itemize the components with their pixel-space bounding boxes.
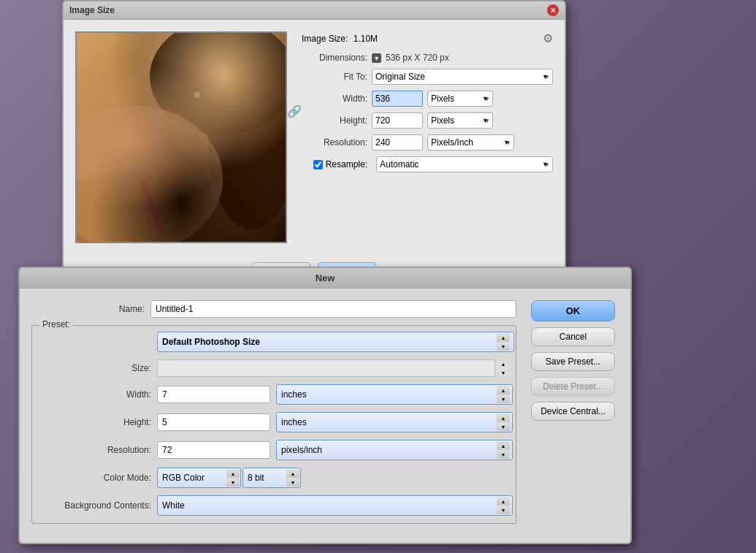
fit-to-select-wrapper[interactable]: Original Size Custom ▼ bbox=[372, 69, 553, 85]
size-label: Size: bbox=[38, 363, 151, 373]
new-resolution-input[interactable] bbox=[157, 441, 270, 459]
size-stepper[interactable]: ▲ ▼ bbox=[497, 359, 510, 377]
image-size-titlebar: Image Size ✕ bbox=[64, 1, 565, 20]
image-size-dialog: Image Size ✕ bbox=[62, 0, 566, 293]
color-mode-stepper-down[interactable]: ▼ bbox=[226, 478, 240, 487]
fit-to-row: Fit To: Original Size Custom ▼ bbox=[302, 69, 553, 85]
preset-select[interactable]: Default Photoshop Size Custom bbox=[157, 332, 514, 352]
bg-contents-row: Background Contents: White Background Co… bbox=[38, 495, 510, 516]
bg-contents-stepper[interactable]: ▲ ▼ bbox=[497, 497, 510, 514]
dimensions-value: 536 px X 720 px bbox=[386, 53, 449, 63]
bit-depth-stepper[interactable]: ▲ ▼ bbox=[286, 469, 299, 487]
name-row: Name: bbox=[31, 300, 516, 318]
preset-border-label: Preset: bbox=[39, 319, 73, 329]
new-width-unit-wrapper[interactable]: inches pixels cm ▲ ▼ bbox=[276, 384, 510, 405]
new-resolution-unit-select[interactable]: pixels/inch pixels/cm bbox=[276, 440, 513, 460]
color-mode-row: Color Mode: RGB Color CMYK Color Graysca… bbox=[38, 468, 510, 488]
preset-stepper-up[interactable]: ▲ bbox=[497, 333, 510, 342]
svg-point-4 bbox=[77, 106, 223, 243]
svg-point-7 bbox=[194, 92, 200, 98]
bg-contents-select[interactable]: White Background Color Transparent bbox=[157, 495, 513, 516]
new-height-input[interactable] bbox=[157, 413, 270, 431]
new-cancel-button[interactable]: Cancel bbox=[531, 327, 615, 346]
width-unit-select[interactable]: Pixels Inches Percent bbox=[427, 91, 493, 107]
new-dialog: New Name: Preset: Preset: Default Photos… bbox=[18, 267, 632, 544]
width-input[interactable] bbox=[372, 91, 423, 107]
bg-contents-stepper-down[interactable]: ▼ bbox=[497, 506, 510, 514]
dimensions-row: Dimensions: ▾ 536 px X 720 px bbox=[302, 53, 553, 63]
bit-depth-select-wrapper[interactable]: 8 bit 16 bit 32 bit ▲ ▼ bbox=[243, 468, 299, 488]
bg-contents-select-wrapper[interactable]: White Background Color Transparent ▲ ▼ bbox=[157, 495, 510, 516]
bg-contents-stepper-up[interactable]: ▲ bbox=[497, 497, 510, 506]
image-size-body: Image Size: 1.10M ⚙ Dimensions: ▾ 536 px… bbox=[64, 20, 565, 255]
color-mode-select-wrapper[interactable]: RGB Color CMYK Color Grayscale ▲ ▼ bbox=[157, 468, 240, 488]
preset-stepper-down[interactable]: ▼ bbox=[497, 342, 510, 351]
new-resolution-row: Resolution: pixels/inch pixels/cm ▲ ▼ bbox=[38, 440, 510, 460]
preset-group: Preset: Preset: Default Photoshop Size C… bbox=[31, 325, 516, 524]
dimensions-label: Dimensions: bbox=[302, 53, 367, 63]
svg-point-2 bbox=[150, 33, 287, 135]
height-unit-stepper-up[interactable]: ▲ bbox=[497, 413, 510, 422]
dimensions-badge: ▾ bbox=[372, 53, 381, 63]
preset-row: Preset: Default Photoshop Size Custom ▲ … bbox=[38, 332, 510, 352]
width-unit-wrapper[interactable]: Pixels Inches Percent ▼ bbox=[427, 91, 493, 107]
fit-to-label: Fit To: bbox=[302, 72, 367, 82]
close-button[interactable]: ✕ bbox=[547, 4, 559, 16]
resample-label: Resample: bbox=[326, 159, 367, 169]
height-input[interactable] bbox=[372, 112, 423, 129]
new-resolution-unit-wrapper[interactable]: pixels/inch pixels/cm ▲ ▼ bbox=[276, 440, 510, 460]
size-stepper-up[interactable]: ▲ bbox=[497, 359, 510, 368]
size-stepper-down[interactable]: ▼ bbox=[497, 368, 510, 377]
resolution-unit-wrapper[interactable]: Pixels/Inch Pixels/Centimeter ▼ bbox=[427, 134, 514, 150]
height-unit-select[interactable]: Pixels Inches Percent bbox=[427, 112, 493, 129]
resample-checkbox[interactable] bbox=[313, 160, 323, 169]
device-central-button[interactable]: Device Central... bbox=[531, 402, 615, 421]
new-ok-button[interactable]: OK bbox=[531, 300, 615, 321]
new-dialog-body: Name: Preset: Preset: Default Photoshop … bbox=[20, 289, 630, 543]
new-height-unit-wrapper[interactable]: inches pixels cm ▲ ▼ bbox=[276, 412, 510, 432]
new-dialog-buttons: OK Cancel Save Preset... Delete Preset..… bbox=[531, 300, 619, 531]
height-unit-stepper[interactable]: ▲ ▼ bbox=[497, 413, 510, 431]
width-row: Width: Pixels Inches Percent ▼ bbox=[302, 91, 553, 107]
save-preset-button[interactable]: Save Preset... bbox=[531, 352, 615, 371]
width-unit-stepper[interactable]: ▲ ▼ bbox=[497, 386, 510, 403]
new-height-unit-select[interactable]: inches pixels cm bbox=[276, 412, 513, 432]
resolution-unit-stepper-up[interactable]: ▲ bbox=[497, 441, 510, 450]
bit-depth-stepper-down[interactable]: ▼ bbox=[286, 478, 299, 487]
width-label: Width: bbox=[302, 94, 367, 104]
name-input[interactable] bbox=[150, 300, 516, 318]
new-resolution-label: Resolution: bbox=[38, 445, 151, 455]
bit-depth-stepper-up[interactable]: ▲ bbox=[286, 469, 299, 478]
new-width-row: Width: inches pixels cm ▲ ▼ bbox=[38, 384, 510, 405]
gear-icon[interactable]: ⚙ bbox=[543, 31, 553, 45]
height-unit-wrapper[interactable]: Pixels Inches Percent ▼ bbox=[427, 112, 493, 129]
resolution-unit-stepper-down[interactable]: ▼ bbox=[497, 450, 510, 459]
width-unit-stepper-up[interactable]: ▲ bbox=[497, 386, 510, 394]
color-mode-stepper[interactable]: ▲ ▼ bbox=[226, 469, 240, 487]
preset-select-wrapper[interactable]: Default Photoshop Size Custom ▲ ▼ bbox=[157, 332, 510, 352]
size-row: Size: ▲ ▼ bbox=[38, 359, 510, 377]
resolution-input[interactable] bbox=[372, 134, 423, 150]
height-label: Height: bbox=[302, 115, 367, 126]
color-mode-stepper-up[interactable]: ▲ bbox=[226, 469, 240, 478]
new-width-input[interactable] bbox=[157, 386, 270, 403]
color-mode-selects: RGB Color CMYK Color Grayscale ▲ ▼ bbox=[157, 468, 510, 488]
height-unit-stepper-down[interactable]: ▼ bbox=[497, 422, 510, 431]
width-unit-stepper-down[interactable]: ▼ bbox=[497, 394, 510, 403]
new-width-unit-select[interactable]: inches pixels cm bbox=[276, 384, 513, 405]
color-mode-label: Color Mode: bbox=[38, 473, 151, 483]
preset-stepper[interactable]: ▲ ▼ bbox=[497, 333, 510, 351]
new-form: Name: Preset: Preset: Default Photoshop … bbox=[31, 300, 516, 531]
fit-to-select[interactable]: Original Size Custom bbox=[372, 69, 553, 85]
delete-preset-button: Delete Preset... bbox=[531, 377, 615, 396]
controls-panel: Image Size: 1.10M ⚙ Dimensions: ▾ 536 px… bbox=[302, 31, 553, 243]
resolution-unit-select[interactable]: Pixels/Inch Pixels/Centimeter bbox=[427, 134, 514, 150]
chain-link-icon: 🔗 bbox=[289, 95, 300, 127]
resample-select-wrapper[interactable]: Automatic Bicubic Bilinear ▼ bbox=[376, 156, 553, 172]
new-dialog-titlebar: New bbox=[20, 268, 630, 289]
new-dialog-title: New bbox=[316, 272, 335, 283]
resolution-unit-stepper[interactable]: ▲ ▼ bbox=[497, 441, 510, 459]
image-size-title: Image Size bbox=[69, 5, 115, 15]
resample-checkbox-area[interactable]: Resample: bbox=[302, 159, 367, 169]
resample-select[interactable]: Automatic Bicubic Bilinear bbox=[376, 156, 553, 172]
